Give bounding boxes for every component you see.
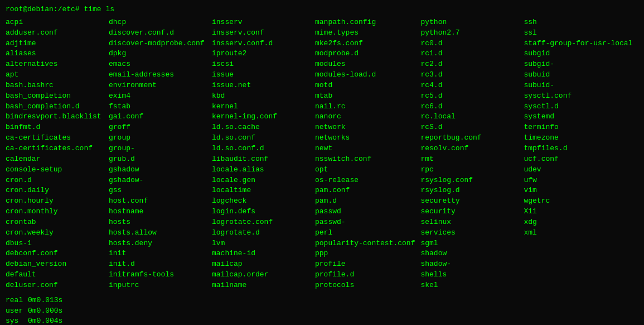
- ls-item: discover.conf.d: [109, 28, 206, 39]
- ls-item: adjtime: [6, 39, 103, 49]
- ls-item: logrotate.d: [212, 228, 309, 238]
- ls-item: rpc: [420, 165, 518, 175]
- ls-item: acpi: [6, 17, 103, 28]
- ls-item: manpath.config: [315, 17, 415, 28]
- ls-item: network: [315, 122, 415, 133]
- ls-item: bash.bashrc: [6, 80, 103, 91]
- ls-item: tmpfiles.d: [524, 144, 632, 154]
- ls-item: login.defs: [212, 207, 309, 217]
- ls-item: bindresvport.blacklist: [6, 112, 103, 122]
- ls-item: ufw: [524, 175, 632, 186]
- timing-label: sys: [6, 316, 28, 325]
- ls-item: locale.gen: [212, 175, 309, 186]
- ls-item: initramfs-tools: [109, 270, 206, 280]
- ls-item: cron.monthly: [6, 207, 103, 217]
- ls-item: insserv.conf.d: [212, 39, 309, 49]
- ls-item: logrotate.conf: [212, 217, 309, 228]
- ls-item: perl: [315, 228, 415, 238]
- ls-item: ppp: [315, 248, 415, 259]
- ls-item: issue.net: [212, 80, 309, 91]
- ls-item: nsswitch.conf: [315, 154, 415, 165]
- ls-item: mime.types: [315, 28, 415, 39]
- ls-item: aliases: [6, 49, 103, 59]
- ls-item: nail.rc: [315, 102, 415, 112]
- ls-item: bash_completion.d: [6, 102, 103, 112]
- ls-item: modules: [315, 59, 415, 70]
- prompt-line: root@debian:/etc# time ls: [6, 4, 638, 15]
- ls-item: dpkg: [109, 49, 206, 59]
- ls-item: deluser.conf: [6, 280, 103, 291]
- ls-item: insserv.conf: [212, 28, 309, 39]
- ls-item: skel: [420, 280, 518, 291]
- ls-item: python: [420, 17, 518, 28]
- ls-item: newt: [315, 144, 415, 154]
- ls-output: acpiadduser.confadjtimealiasesalternativ…: [6, 17, 638, 291]
- ls-item: iscsi: [212, 59, 309, 70]
- ls-item: locale.alias: [212, 165, 309, 175]
- ls-item: environment: [109, 80, 206, 91]
- ls-item: xml: [524, 228, 632, 238]
- ls-col-2: insservinsserv.confinsserv.conf.diproute…: [212, 17, 315, 291]
- timing-label: user: [6, 306, 28, 317]
- ls-item: X11: [524, 207, 632, 217]
- ls-item: rmt: [420, 154, 518, 165]
- ls-item: resolv.conf: [420, 144, 518, 154]
- ls-item: calendar: [6, 154, 103, 165]
- ls-item: passwd: [315, 207, 415, 217]
- ls-item: default: [6, 270, 103, 280]
- ls-item: host.conf: [109, 196, 206, 207]
- ls-item: debian_version: [6, 259, 103, 270]
- ls-col-3: manpath.configmime.typesmke2fs.confmodpr…: [315, 17, 420, 291]
- timing-section: real0m0.013suser0m0.000ssys0m0.004s: [6, 295, 638, 325]
- ls-item: profile: [315, 259, 415, 270]
- ls-item: mailcap: [212, 259, 309, 270]
- ls-item: logcheck: [212, 196, 309, 207]
- ls-item: hosts: [109, 217, 206, 228]
- timing-value: 0m0.013s: [28, 295, 62, 306]
- ls-item: ssl: [524, 28, 632, 39]
- ls-item: vim: [524, 185, 632, 196]
- ls-item: cron.d: [6, 175, 103, 186]
- ls-col-1: dhcpdiscover.conf.ddiscover-modprobe.con…: [109, 17, 212, 291]
- ls-item: debconf.conf: [6, 248, 103, 259]
- ls-item: ld.so.conf: [212, 133, 309, 144]
- ls-item: mailname: [212, 280, 309, 291]
- ls-item: rsyslog.conf: [420, 175, 518, 186]
- ls-item: emacs: [109, 59, 206, 70]
- ls-item: groff: [109, 122, 206, 133]
- ls-item: terminfo: [524, 122, 632, 133]
- ls-item: pam.conf: [315, 185, 415, 196]
- ls-item: subgid-: [524, 59, 632, 70]
- ls-item: rc.local: [420, 112, 518, 122]
- ls-item: securetty: [420, 196, 518, 207]
- ls-item: hostname: [109, 207, 206, 217]
- ls-item: udev: [524, 165, 632, 175]
- ls-item: profile.d: [315, 270, 415, 280]
- ls-item: rcS.d: [420, 122, 518, 133]
- timing-value: 0m0.004s: [28, 316, 62, 325]
- ls-item: hosts.allow: [109, 228, 206, 238]
- ls-item: ca-certificates.conf: [6, 144, 103, 154]
- ls-item: os-release: [315, 175, 415, 186]
- ls-item: rc0.d: [420, 39, 518, 49]
- ls-item: kernel: [212, 102, 309, 112]
- ls-item: insserv: [212, 17, 309, 28]
- ls-item: cron.hourly: [6, 196, 103, 207]
- ls-item: modprobe.d: [315, 49, 415, 59]
- ls-item: binfmt.d: [6, 122, 103, 133]
- ls-item: adduser.conf: [6, 28, 103, 39]
- ls-item: issue: [212, 70, 309, 80]
- ls-item: modules-load.d: [315, 70, 415, 80]
- ls-item: apt: [6, 70, 103, 80]
- ls-item: mailcap.order: [212, 270, 309, 280]
- ls-item: machine-id: [212, 248, 309, 259]
- ls-item: networks: [315, 133, 415, 144]
- ls-item: sgml: [420, 238, 518, 249]
- ls-item: timezone: [524, 133, 632, 144]
- ls-item: inputrc: [109, 280, 206, 291]
- ls-item: rc4.d: [420, 80, 518, 91]
- ls-item: group-: [109, 144, 206, 154]
- ls-col-4: pythonpython2.7rc0.drc1.drc2.drc3.drc4.d…: [420, 17, 524, 291]
- ls-item: nanorc: [315, 112, 415, 122]
- ls-item: reportbug.conf: [420, 133, 518, 144]
